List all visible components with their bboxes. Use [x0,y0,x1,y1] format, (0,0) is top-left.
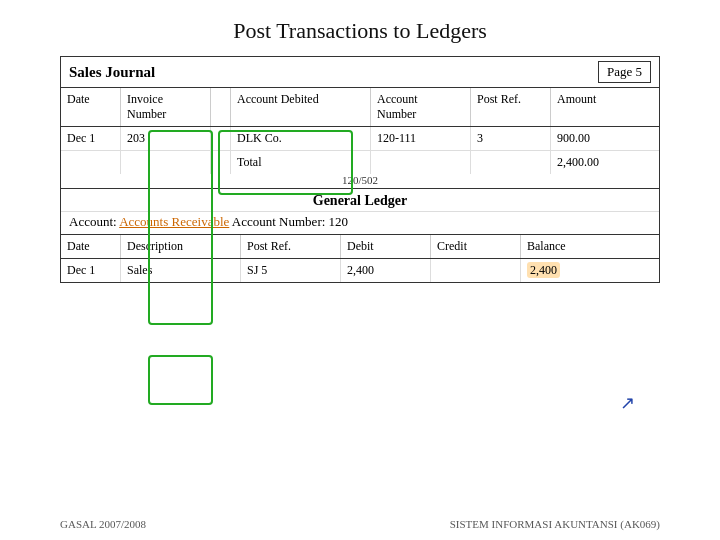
sj-data-row: Dec 1 203 DLK Co. 120-111 3 900.00 [61,127,659,151]
sj-page: Page 5 [598,61,651,83]
sj-total-spacer [211,151,231,174]
footer: GASAL 2007/2008 SISTEM INFORMASI AKUNTAN… [60,518,660,530]
sj-cell-acct-number: 120-111 [371,127,471,150]
sj-col-headers: Date InvoiceNumber Account Debited Accou… [61,88,659,127]
sales-journal-table: Sales Journal Page 5 Date InvoiceNumber … [60,56,660,189]
gl-col-credit: Credit [431,235,521,258]
sj-total-date [61,151,121,174]
gl-account-prefix: Account: [69,214,119,229]
gl-data-row: Dec 1 Sales SJ 5 2,400 2,400 [61,259,659,282]
gl-header: General Ledger [61,189,659,212]
sj-col-spacer [211,88,231,126]
gl-col-date: Date [61,235,121,258]
ref-note: 120/502 [61,174,659,188]
footer-left: GASAL 2007/2008 [60,518,146,530]
sj-header-row: Sales Journal Page 5 [61,57,659,88]
gl-col-post-ref: Post Ref. [241,235,341,258]
sj-col-post-ref: Post Ref. [471,88,551,126]
gl-account-number: Account Number: 120 [232,214,348,229]
balance-arrow: ↗ [620,392,635,414]
sj-total-amount: 2,400.00 [551,151,641,174]
green-box-gl-invoice [148,355,213,405]
sj-cell-acct-debited: DLK Co. [231,127,371,150]
sj-col-acct-number: AccountNumber [371,88,471,126]
sj-total-invoice [121,151,211,174]
gl-cell-credit [431,259,521,282]
sj-title: Sales Journal [69,64,155,81]
gl-cell-description: Sales [121,259,241,282]
gl-cell-balance: 2,400 [521,259,611,282]
gl-col-headers: Date Description Post Ref. Debit Credit … [61,235,659,259]
sj-cell-invoice: 203 [121,127,211,150]
main-container: Sales Journal Page 5 Date InvoiceNumber … [60,56,660,283]
sj-total-row: Total 2,400.00 [61,151,659,174]
gl-account-line: Account: Accounts Receivable Account Num… [61,212,659,235]
sj-cell-amount: 900.00 [551,127,641,150]
gl-col-description: Description [121,235,241,258]
sj-cell-post-ref: 3 [471,127,551,150]
gl-cell-post-ref: SJ 5 [241,259,341,282]
gl-cell-debit: 2,400 [341,259,431,282]
sj-col-date: Date [61,88,121,126]
sj-total-label: Total [231,151,371,174]
sj-col-acct-debited: Account Debited [231,88,371,126]
gl-col-balance: Balance [521,235,611,258]
general-ledger-table: General Ledger Account: Accounts Receiva… [60,189,660,283]
sj-total-acct [371,151,471,174]
sj-col-amount: Amount [551,88,641,126]
sj-cell-spacer [211,127,231,150]
sj-col-invoice: InvoiceNumber [121,88,211,126]
gl-col-debit: Debit [341,235,431,258]
sj-cell-date: Dec 1 [61,127,121,150]
page-title: Post Transactions to Ledgers [0,0,720,56]
gl-cell-date: Dec 1 [61,259,121,282]
footer-right: SISTEM INFORMASI AKUNTANSI (AK069) [450,518,660,530]
sj-total-post [471,151,551,174]
gl-account-name: Accounts Receivable [119,214,229,229]
